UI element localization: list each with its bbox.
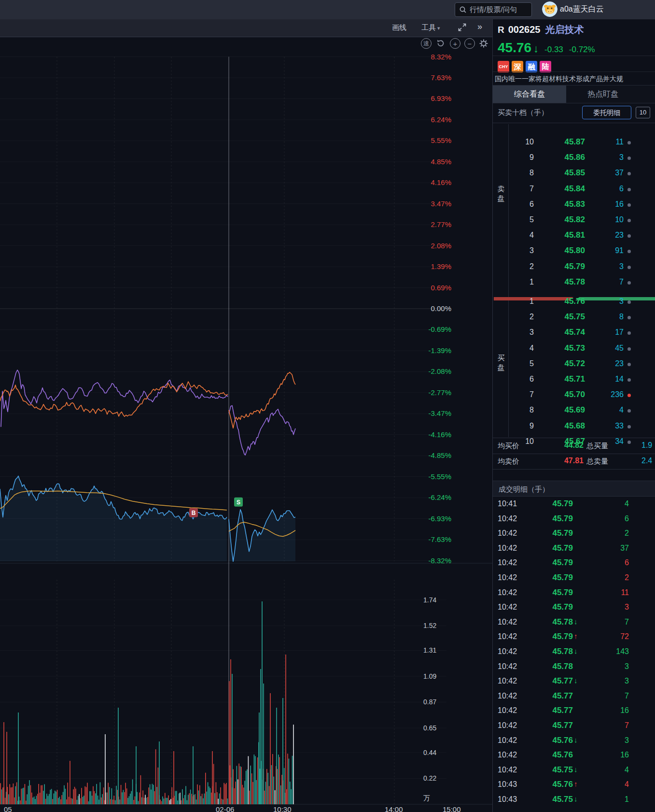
stock-code: 002625 [508,24,541,35]
price-down-arrow-icon: ↓ [533,43,539,55]
orderbook-row[interactable]: 345.8091 [509,243,655,259]
transaction-row: 10:4245.777 [493,718,655,733]
orderbook-row[interactable]: 845.8537 [509,166,655,181]
transaction-row: 10:4245.7937 [493,541,655,556]
tab-2[interactable]: 热点盯盘 [566,85,640,103]
username[interactable]: a0a蓝天白云 [560,4,655,14]
cow-avatar-icon [542,1,557,17]
svg-text:S: S [237,499,240,506]
trading-terminal: 行情/股票/问句 a0a蓝天白云 画线 工具 ▾ [0,0,655,812]
orderbook-header: 买卖十档（手） 委托明细 10 [493,102,655,123]
intraday-chart[interactable]: BS [0,0,492,812]
stock-tag: 深 [512,61,523,72]
stock-title-row: R002625光启技术 [493,23,655,38]
svg-text:B: B [192,510,196,516]
transaction-row: 10:4245.783 [493,659,655,674]
total-buy-volume: 1.9 [641,441,655,450]
transaction-row: 10:4245.79↑72 [493,629,655,644]
avatar[interactable] [542,1,557,17]
orderbook-row[interactable]: 345.7417 [509,325,655,341]
orderbook-row[interactable]: 145.763 [509,294,655,310]
margin-flag: R [498,25,504,35]
transaction-row: 10:4245.777 [493,689,655,704]
avg-sell-price: 47.81 [550,456,584,465]
orderbook-row[interactable]: 645.7114 [509,372,655,387]
transaction-row: 10:4245.796 [493,556,655,570]
transaction-row: 10:4245.76↓3 [493,733,655,748]
orderbook-row[interactable]: 445.7345 [509,341,655,356]
stock-tag: CHY [498,61,509,72]
stock-tag: 陆 [540,61,551,72]
orderbook-row[interactable]: 845.694 [509,403,655,418]
orderbook: 卖盘 买盘 1045.8711945.863845.8537745.846645… [493,123,655,457]
orderbook-row[interactable]: 945.863 [509,150,655,166]
transaction-row: 10:4145.794 [493,497,655,512]
transaction-row: 10:4245.792 [493,570,655,585]
orderbook-row[interactable]: 245.793 [509,259,655,275]
orderbook-row[interactable]: 145.787 [509,275,655,290]
buy-side-label: 买盘 [497,353,505,372]
stock-tag: 融 [526,61,537,72]
orderbook-row[interactable]: 545.7223 [509,356,655,372]
transaction-row: 10:4245.7911 [493,585,655,600]
transaction-row: 10:4245.7716 [493,703,655,718]
orderbook-row[interactable]: 645.8316 [509,197,655,213]
level-count-box[interactable]: 10 [636,107,650,118]
total-buy-label: 总买量 [586,442,608,451]
current-price: 45.76 [498,40,531,55]
sell-side-label: 卖盘 [497,184,505,203]
stock-name: 光启技术 [545,24,584,35]
stock-description: 国内唯一一家将超材料技术形成产品并大规 [493,71,655,85]
avg-sell-row: 均卖价 47.81 总卖量 2.4 [493,454,655,470]
panel-tabs: 综合看盘热点盯盘 [493,85,655,103]
transaction-row: 10:4245.78↓7 [493,615,655,630]
orderbook-title: 买卖十档（手） [498,108,548,117]
transaction-row: 10:4245.796 [493,512,655,527]
stock-panel: R002625光启技术 45.76↓-0.33-0.72% CHY深融陆 国内唯… [492,19,655,812]
total-sell-volume: 2.4 [641,456,655,465]
transaction-row: 10:4345.75↓1 [493,792,655,807]
total-sell-label: 总卖量 [586,457,608,466]
price-change: -0.33 [544,45,563,54]
orderbook-row[interactable]: 245.758 [509,310,655,325]
orderbook-row[interactable]: 445.8123 [509,228,655,243]
transaction-row: 10:4345.76↑4 [493,777,655,792]
tab-3[interactable] [640,85,655,103]
stock-tags: CHY深融陆 [493,56,655,69]
orderbook-row[interactable]: 545.8210 [509,213,655,228]
avg-buy-price: 44.82 [550,441,584,450]
tab-1[interactable]: 综合看盘 [493,85,566,103]
entrust-detail-button[interactable]: 委托明细 [582,106,631,119]
orderbook-row[interactable]: 745.70236 [509,387,655,403]
transaction-row: 10:4245.78↓143 [493,644,655,659]
price-change-percent: -0.72% [569,45,595,54]
transaction-row: 10:4245.793 [493,600,655,615]
orderbook-row[interactable]: 945.6833 [509,419,655,434]
transactions-title: 成交明细（手） [493,481,655,497]
transaction-row: 10:4245.75↓4 [493,763,655,778]
avg-buy-row: 均买价 44.82 总买量 1.9 [493,438,655,454]
orderbook-row[interactable]: 1045.8711 [509,135,655,150]
transaction-row: 10:4245.792 [493,526,655,541]
orderbook-row[interactable]: 745.846 [509,182,655,197]
transaction-row: 10:4245.7616 [493,748,655,763]
trade-marker-b: B [189,508,198,517]
trade-marker-s: S [234,498,243,507]
price-row: 45.76↓-0.33-0.72% [493,40,655,57]
transaction-row: 10:4245.77↓3 [493,674,655,689]
avg-sell-label: 均卖价 [498,457,519,466]
avg-buy-label: 均买价 [498,442,519,451]
transactions-list[interactable]: 10:4145.79410:4245.79610:4245.79210:4245… [493,497,655,812]
